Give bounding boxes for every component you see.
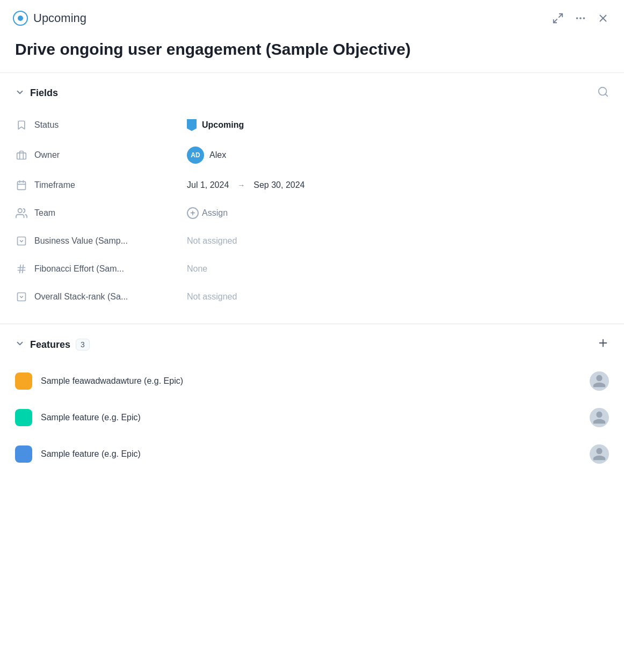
stack-rank-field-label: Overall Stack-rank (Sa...: [15, 290, 187, 303]
user-avatar-icon-2: [592, 410, 607, 425]
svg-line-1: [554, 19, 557, 23]
status-field-label: Status: [15, 119, 187, 132]
fibonacci-value-text: None: [187, 264, 207, 274]
timeframe-start: Jul 1, 2024: [187, 180, 229, 190]
fibonacci-field-row: Fibonacci Effort (Sam... None: [15, 255, 609, 283]
dropdown-icon-1: [15, 235, 28, 247]
team-icon: [15, 207, 28, 220]
fibonacci-label-text: Fibonacci Effort (Sam...: [34, 264, 124, 274]
feature-color-dot-3: [15, 445, 32, 463]
timeframe-arrow-icon: →: [237, 181, 245, 189]
features-section-header-left: Features 3: [15, 339, 90, 350]
features-collapse-chevron[interactable]: [15, 339, 25, 350]
status-bookmark-icon: [187, 119, 197, 131]
more-options-button[interactable]: [575, 12, 586, 24]
owner-field-label: Owner: [15, 149, 187, 162]
svg-point-2: [576, 17, 578, 19]
feature-item-3[interactable]: Sample feature (e.g. Epic): [15, 436, 609, 472]
svg-line-18: [20, 265, 21, 273]
svg-line-8: [605, 94, 607, 96]
briefcase-icon: [15, 149, 28, 162]
header-title: Upcoming: [33, 11, 86, 25]
user-avatar-icon-1: [592, 374, 607, 389]
svg-line-19: [23, 265, 24, 273]
timeframe-field-value[interactable]: Jul 1, 2024 → Sep 30, 2024: [187, 180, 609, 190]
chevron-down-features-icon: [15, 339, 25, 348]
business-value-label-text: Business Value (Samp...: [34, 236, 128, 246]
svg-line-0: [559, 14, 562, 17]
dropdown-icon-2: [15, 290, 28, 303]
team-field-value: + Assign: [187, 207, 609, 219]
business-value-field-value[interactable]: Not assigned: [187, 236, 609, 246]
feature-color-dot-1: [15, 372, 32, 390]
more-options-icon: [575, 12, 586, 24]
add-feature-plus-icon: [597, 337, 609, 349]
feature-assignee-avatar-3: [590, 444, 609, 464]
svg-rect-10: [18, 181, 26, 189]
user-avatar-icon-3: [592, 447, 607, 462]
features-count-badge: 3: [76, 339, 90, 350]
fields-section-header: Fields: [15, 86, 609, 100]
fields-section-header-left: Fields: [15, 87, 58, 99]
fields-section: Fields Status Upcoming: [0, 73, 624, 324]
feature-item-1[interactable]: Sample feawadwadawture (e.g. Epic): [15, 363, 609, 399]
stack-rank-field-row: Overall Stack-rank (Sa... Not assigned: [15, 283, 609, 311]
owner-field-row: Owner AD Alex: [15, 139, 609, 171]
team-svg: [16, 207, 27, 219]
feature-assignee-avatar-1: [590, 371, 609, 391]
upcoming-circle-icon: [13, 11, 28, 26]
features-section-title: Features: [30, 339, 70, 350]
fibonacci-field-value[interactable]: None: [187, 264, 609, 274]
header-left: Upcoming: [13, 11, 86, 26]
timeframe-field-row: Timeframe Jul 1, 2024 → Sep 30, 2024: [15, 171, 609, 199]
header-actions: [552, 12, 609, 24]
status-field-row: Status Upcoming: [15, 111, 609, 139]
svg-rect-20: [18, 293, 26, 301]
svg-rect-9: [17, 153, 26, 159]
business-value-text: Not assigned: [187, 236, 237, 246]
close-icon: [597, 12, 609, 24]
hash-svg: [16, 264, 27, 274]
feature-assignee-avatar-2: [590, 408, 609, 427]
feature-color-dot-2: [15, 409, 32, 426]
status-field-value[interactable]: Upcoming: [187, 119, 609, 131]
owner-label-text: Owner: [34, 150, 60, 160]
search-fields-button[interactable]: [597, 86, 609, 100]
dropdown-svg-1: [16, 236, 27, 246]
close-button[interactable]: [597, 12, 609, 24]
timeframe-end: Sep 30, 2024: [253, 180, 304, 190]
svg-point-4: [583, 17, 585, 19]
calendar-svg: [16, 180, 27, 191]
business-value-field-row: Business Value (Samp... Not assigned: [15, 227, 609, 255]
stack-rank-value-text: Not assigned: [187, 292, 237, 302]
feature-name-3: Sample feature (e.g. Epic): [41, 449, 581, 459]
fields-collapse-chevron[interactable]: [15, 87, 25, 99]
header: Upcoming: [0, 0, 624, 34]
bookmark-svg: [16, 120, 27, 130]
fibonacci-field-label: Fibonacci Effort (Sam...: [15, 262, 187, 275]
features-section-header: Features 3: [15, 337, 609, 352]
owner-field-value[interactable]: AD Alex: [187, 147, 609, 164]
owner-avatar: AD: [187, 147, 204, 164]
assign-button-label: Assign: [202, 208, 228, 218]
assign-plus-icon: +: [187, 207, 199, 219]
expand-icon: [552, 12, 564, 24]
svg-rect-15: [18, 237, 26, 245]
status-value-text: Upcoming: [202, 120, 244, 130]
dropdown-svg-2: [16, 291, 27, 302]
expand-button[interactable]: [552, 12, 564, 24]
team-field-row: Team + Assign: [15, 199, 609, 227]
features-section: Features 3 Sample feawadwadawture (e.g. …: [0, 324, 624, 485]
status-label-text: Status: [34, 120, 59, 130]
page-title: Drive ongoing user engagement (Sample Ob…: [0, 34, 624, 72]
assign-team-button[interactable]: + Assign: [187, 207, 228, 219]
add-feature-button[interactable]: [597, 337, 609, 352]
calendar-icon: [15, 179, 28, 192]
search-icon: [597, 86, 609, 98]
stack-rank-field-value[interactable]: Not assigned: [187, 292, 609, 302]
owner-name-text: Alex: [209, 150, 226, 160]
feature-item-2[interactable]: Sample feature (e.g. Epic): [15, 399, 609, 436]
upcoming-dot-icon: [18, 16, 23, 21]
business-value-field-label: Business Value (Samp...: [15, 235, 187, 247]
bookmark-icon: [15, 119, 28, 132]
